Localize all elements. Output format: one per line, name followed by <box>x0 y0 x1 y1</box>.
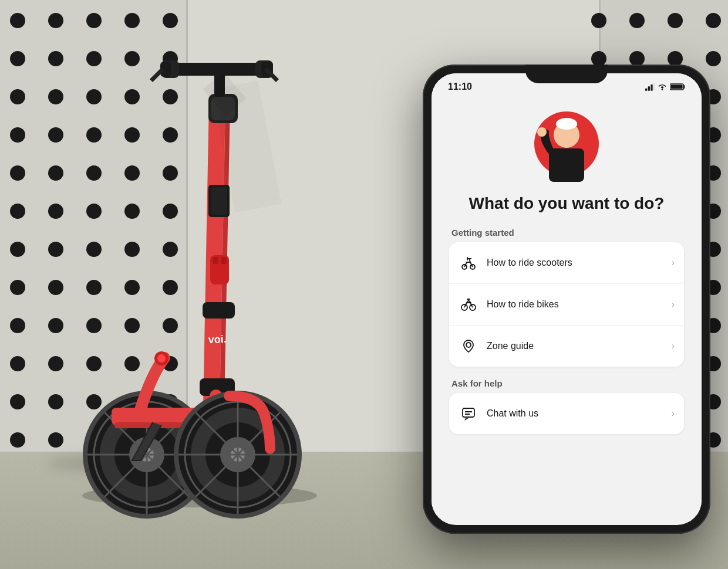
menu-item-chat[interactable]: Chat with us › <box>449 393 684 434</box>
bikes-chevron: › <box>672 299 675 310</box>
svg-rect-135 <box>203 302 235 319</box>
svg-rect-125 <box>170 63 270 76</box>
section-getting-started-label: Getting started <box>449 228 684 238</box>
svg-rect-174 <box>463 408 474 417</box>
ask-help-menu: Chat with us › <box>449 393 684 434</box>
app-content: What do you want to do? Getting started <box>432 97 702 516</box>
svg-rect-161 <box>549 148 584 182</box>
signal-icon <box>645 83 655 91</box>
svg-rect-154 <box>651 84 652 91</box>
svg-rect-155 <box>653 83 655 90</box>
phone-container: 11:10 <box>423 65 710 534</box>
bikes-label: How to ride bikes <box>487 299 672 310</box>
menu-item-zones[interactable]: Zone guide › <box>449 326 684 367</box>
menu-item-bikes[interactable]: How to ride bikes › <box>449 284 684 326</box>
phone-frame: 11:10 <box>423 65 710 534</box>
zones-chevron: › <box>672 341 675 351</box>
scooter-icon <box>459 253 478 273</box>
battery-icon <box>670 83 685 91</box>
character-avatar <box>531 103 602 182</box>
svg-text:voi.: voi. <box>208 333 227 346</box>
scooter-illustration: voi. voi. <box>35 32 387 519</box>
zones-label: Zone guide <box>487 341 672 351</box>
wifi-icon <box>658 83 667 90</box>
svg-rect-131 <box>211 187 227 215</box>
svg-rect-164 <box>556 122 577 127</box>
getting-started-menu: How to ride scooters › <box>449 242 684 367</box>
svg-point-140 <box>157 354 166 363</box>
svg-rect-153 <box>648 86 650 90</box>
main-heading: What do you want to do? <box>449 194 684 214</box>
svg-rect-158 <box>683 85 685 89</box>
scooters-chevron: › <box>672 258 675 268</box>
svg-rect-152 <box>645 89 647 91</box>
chat-chevron: › <box>672 408 675 419</box>
zone-icon <box>459 336 478 356</box>
scooters-label: How to ride scooters <box>487 258 672 268</box>
menu-item-scooters[interactable]: How to ride scooters › <box>449 242 684 284</box>
svg-point-156 <box>662 89 663 90</box>
section-help-label: Ask for help <box>449 378 684 388</box>
status-icons <box>645 83 685 91</box>
svg-point-173 <box>466 343 471 347</box>
svg-rect-134 <box>221 257 227 264</box>
phone-screen: 11:10 <box>432 73 702 525</box>
status-time: 11:10 <box>448 82 472 92</box>
svg-rect-159 <box>670 84 682 89</box>
phone-notch <box>525 65 608 83</box>
svg-rect-133 <box>213 257 218 264</box>
avatar-area <box>449 103 684 182</box>
chat-icon <box>459 404 478 424</box>
svg-point-165 <box>537 127 547 137</box>
bike-icon <box>459 294 478 314</box>
chat-label: Chat with us <box>487 408 672 419</box>
